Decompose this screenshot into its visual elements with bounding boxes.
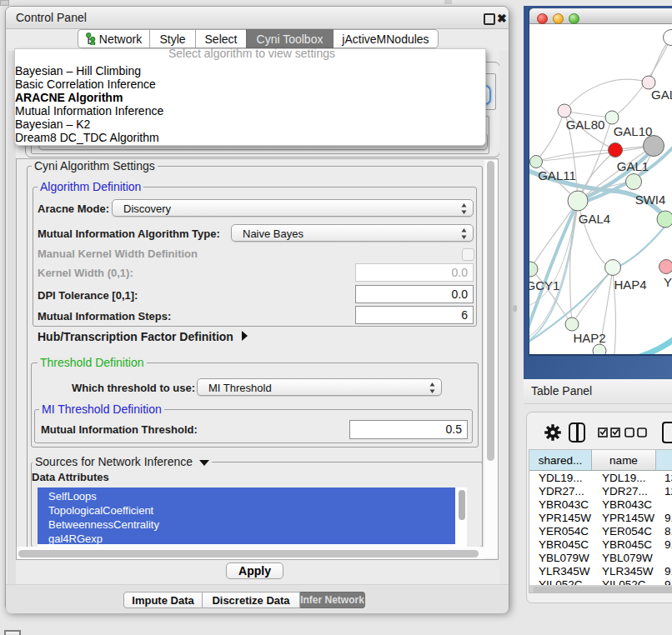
svg-text:GAL7: GAL7 (651, 88, 672, 102)
svg-text:GAL1: GAL1 (617, 159, 649, 173)
svg-text:GAL4: GAL4 (579, 212, 610, 226)
svg-text:SWI4: SWI4 (635, 192, 666, 207)
svg-text:HAP4: HAP4 (614, 278, 646, 292)
svg-text:GAL10: GAL10 (614, 124, 653, 138)
svg-text:Y: Y (664, 275, 672, 289)
svg-text:HAP2: HAP2 (573, 331, 605, 345)
svg-text:GCY1: GCY1 (529, 278, 559, 292)
svg-text:GAL80: GAL80 (566, 118, 605, 132)
svg-text:GAL11: GAL11 (538, 168, 576, 182)
